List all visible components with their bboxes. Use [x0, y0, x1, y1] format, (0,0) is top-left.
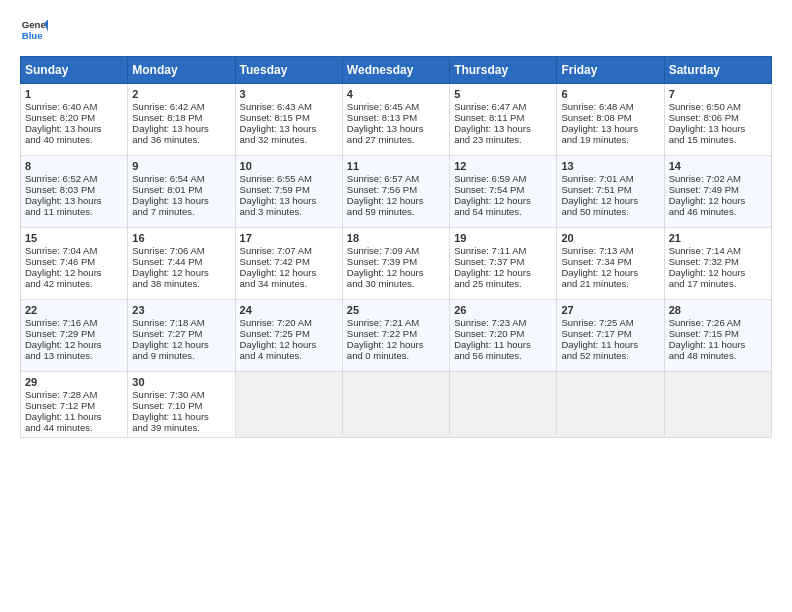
day-number: 7 [669, 88, 767, 100]
day-number: 30 [132, 376, 230, 388]
day-number: 28 [669, 304, 767, 316]
calendar-week-row: 29Sunrise: 7:28 AMSunset: 7:12 PMDayligh… [21, 372, 772, 438]
day-number: 4 [347, 88, 445, 100]
calendar-cell: 18Sunrise: 7:09 AMSunset: 7:39 PMDayligh… [342, 228, 449, 300]
day-info-line: Daylight: 12 hours [347, 339, 445, 350]
calendar-cell [235, 372, 342, 438]
day-info-line: Sunset: 8:13 PM [347, 112, 445, 123]
day-info-line: and 56 minutes. [454, 350, 552, 361]
calendar-cell: 7Sunrise: 6:50 AMSunset: 8:06 PMDaylight… [664, 84, 771, 156]
calendar-cell: 30Sunrise: 7:30 AMSunset: 7:10 PMDayligh… [128, 372, 235, 438]
calendar-table: SundayMondayTuesdayWednesdayThursdayFrid… [20, 56, 772, 438]
day-info-line: Daylight: 11 hours [669, 339, 767, 350]
day-info-line: Sunrise: 6:42 AM [132, 101, 230, 112]
day-info-line: Daylight: 13 hours [561, 123, 659, 134]
day-info-line: Sunrise: 7:07 AM [240, 245, 338, 256]
day-info-line: and 25 minutes. [454, 278, 552, 289]
day-info-line: Daylight: 13 hours [132, 123, 230, 134]
calendar-cell: 29Sunrise: 7:28 AMSunset: 7:12 PMDayligh… [21, 372, 128, 438]
day-number: 10 [240, 160, 338, 172]
day-info-line: and 27 minutes. [347, 134, 445, 145]
day-info-line: Daylight: 12 hours [240, 267, 338, 278]
day-info-line: Sunrise: 6:45 AM [347, 101, 445, 112]
day-number: 16 [132, 232, 230, 244]
day-number: 26 [454, 304, 552, 316]
day-number: 15 [25, 232, 123, 244]
day-info-line: Sunset: 7:39 PM [347, 256, 445, 267]
day-info-line: and 39 minutes. [132, 422, 230, 433]
day-info-line: Daylight: 12 hours [240, 339, 338, 350]
day-info-line: Daylight: 12 hours [132, 339, 230, 350]
day-info-line: and 21 minutes. [561, 278, 659, 289]
day-info-line: Sunset: 7:25 PM [240, 328, 338, 339]
calendar-cell: 13Sunrise: 7:01 AMSunset: 7:51 PMDayligh… [557, 156, 664, 228]
day-number: 9 [132, 160, 230, 172]
day-info-line: Sunset: 7:27 PM [132, 328, 230, 339]
calendar-header-row: SundayMondayTuesdayWednesdayThursdayFrid… [21, 57, 772, 84]
day-info-line: Sunrise: 7:14 AM [669, 245, 767, 256]
day-info-line: Daylight: 12 hours [25, 267, 123, 278]
day-info-line: Daylight: 13 hours [25, 195, 123, 206]
day-info-line: and 19 minutes. [561, 134, 659, 145]
day-info-line: Sunrise: 7:16 AM [25, 317, 123, 328]
day-info-line: Daylight: 13 hours [240, 195, 338, 206]
weekday-header-thursday: Thursday [450, 57, 557, 84]
day-info-line: Daylight: 11 hours [454, 339, 552, 350]
day-info-line: Sunset: 7:46 PM [25, 256, 123, 267]
day-info-line: and 40 minutes. [25, 134, 123, 145]
day-info-line: Sunrise: 7:21 AM [347, 317, 445, 328]
calendar-cell: 25Sunrise: 7:21 AMSunset: 7:22 PMDayligh… [342, 300, 449, 372]
calendar-cell: 27Sunrise: 7:25 AMSunset: 7:17 PMDayligh… [557, 300, 664, 372]
calendar-cell: 19Sunrise: 7:11 AMSunset: 7:37 PMDayligh… [450, 228, 557, 300]
weekday-header-monday: Monday [128, 57, 235, 84]
day-info-line: and 46 minutes. [669, 206, 767, 217]
logo: General Blue [20, 16, 48, 44]
day-info-line: Daylight: 12 hours [561, 267, 659, 278]
day-info-line: Sunrise: 6:48 AM [561, 101, 659, 112]
day-info-line: Sunset: 8:08 PM [561, 112, 659, 123]
calendar-body: 1Sunrise: 6:40 AMSunset: 8:20 PMDaylight… [21, 84, 772, 438]
day-info-line: Daylight: 12 hours [132, 267, 230, 278]
day-number: 17 [240, 232, 338, 244]
calendar-cell: 20Sunrise: 7:13 AMSunset: 7:34 PMDayligh… [557, 228, 664, 300]
day-info-line: Sunrise: 7:02 AM [669, 173, 767, 184]
day-info-line: Sunrise: 7:30 AM [132, 389, 230, 400]
day-number: 20 [561, 232, 659, 244]
day-number: 29 [25, 376, 123, 388]
day-info-line: and 50 minutes. [561, 206, 659, 217]
day-info-line: and 44 minutes. [25, 422, 123, 433]
day-number: 19 [454, 232, 552, 244]
day-info-line: Daylight: 11 hours [132, 411, 230, 422]
day-number: 11 [347, 160, 445, 172]
day-info-line: Sunset: 7:59 PM [240, 184, 338, 195]
day-info-line: and 15 minutes. [669, 134, 767, 145]
calendar-cell: 14Sunrise: 7:02 AMSunset: 7:49 PMDayligh… [664, 156, 771, 228]
day-info-line: Sunset: 7:54 PM [454, 184, 552, 195]
calendar-cell: 9Sunrise: 6:54 AMSunset: 8:01 PMDaylight… [128, 156, 235, 228]
weekday-header-wednesday: Wednesday [342, 57, 449, 84]
day-info-line: Sunset: 7:22 PM [347, 328, 445, 339]
calendar-cell: 4Sunrise: 6:45 AMSunset: 8:13 PMDaylight… [342, 84, 449, 156]
calendar-cell [664, 372, 771, 438]
calendar-cell: 15Sunrise: 7:04 AMSunset: 7:46 PMDayligh… [21, 228, 128, 300]
day-info-line: Sunrise: 6:47 AM [454, 101, 552, 112]
day-info-line: Sunrise: 7:06 AM [132, 245, 230, 256]
day-number: 21 [669, 232, 767, 244]
day-info-line: and 4 minutes. [240, 350, 338, 361]
day-info-line: Daylight: 13 hours [454, 123, 552, 134]
day-number: 24 [240, 304, 338, 316]
day-info-line: and 3 minutes. [240, 206, 338, 217]
day-info-line: Sunset: 7:32 PM [669, 256, 767, 267]
day-info-line: Sunset: 7:34 PM [561, 256, 659, 267]
day-info-line: Daylight: 13 hours [240, 123, 338, 134]
day-info-line: Sunset: 7:44 PM [132, 256, 230, 267]
day-info-line: and 7 minutes. [132, 206, 230, 217]
day-info-line: and 38 minutes. [132, 278, 230, 289]
page: General Blue SundayMondayTuesdayWednesda… [0, 0, 792, 448]
calendar-cell: 21Sunrise: 7:14 AMSunset: 7:32 PMDayligh… [664, 228, 771, 300]
day-info-line: Daylight: 12 hours [454, 195, 552, 206]
day-info-line: Sunrise: 7:13 AM [561, 245, 659, 256]
calendar-week-row: 22Sunrise: 7:16 AMSunset: 7:29 PMDayligh… [21, 300, 772, 372]
calendar-cell: 10Sunrise: 6:55 AMSunset: 7:59 PMDayligh… [235, 156, 342, 228]
day-number: 14 [669, 160, 767, 172]
